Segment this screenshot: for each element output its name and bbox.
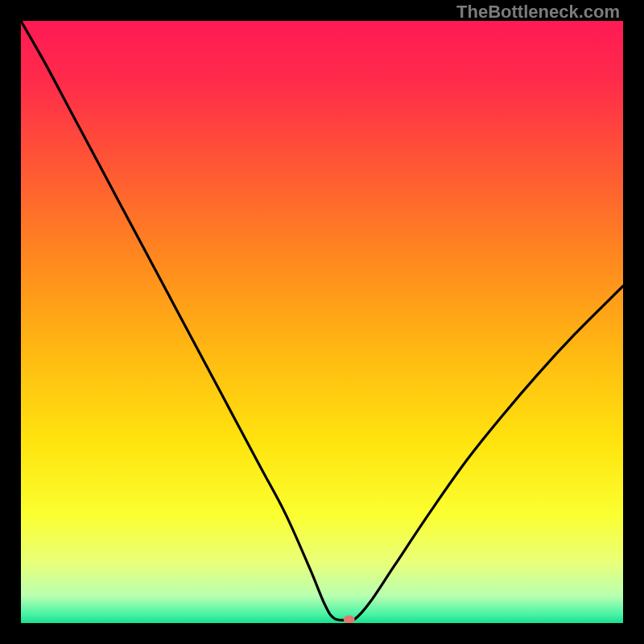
optimal-point-marker bbox=[344, 616, 355, 623]
bottleneck-curve bbox=[21, 21, 623, 621]
chart-svg bbox=[21, 21, 623, 623]
watermark-text: TheBottleneck.com bbox=[456, 2, 620, 23]
